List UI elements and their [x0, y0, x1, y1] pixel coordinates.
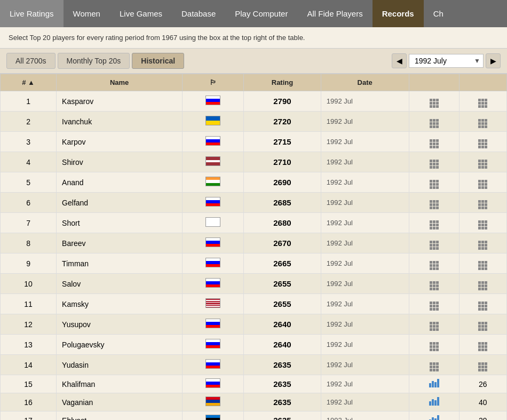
col-rating[interactable]: Rating: [244, 74, 321, 91]
grid-icon: [478, 302, 487, 311]
cell-rank: 16: [1, 393, 57, 411]
table-row: 10Salov26551992 Jul: [1, 274, 507, 294]
cell-name: Khalifman: [57, 375, 183, 393]
cell-name: Bareev: [57, 233, 183, 253]
chart-bars-icon: [429, 379, 439, 387]
cell-rating: 2635: [244, 355, 321, 375]
cell-name: Anand: [57, 172, 183, 193]
table-row: 11Kamsky26551992 Jul: [1, 294, 507, 314]
cell-flag: [183, 172, 244, 193]
sort-arrow-rank: ▲: [28, 78, 35, 86]
nav-play-computer[interactable]: Play Computer: [225, 0, 297, 27]
table-row: 14Yudasin26351992 Jul: [1, 355, 507, 375]
col-name[interactable]: Name: [57, 74, 183, 91]
nav-records[interactable]: Records: [373, 0, 424, 27]
nav-live-games[interactable]: Live Games: [110, 0, 172, 27]
cell-games-count: [459, 152, 506, 172]
main-nav: Live Ratings Women Live Games Database P…: [0, 0, 507, 27]
table-wrapper: # ▲ Name 🏳 Rating Date 1Kasparov27901992…: [0, 74, 507, 420]
cell-rank: 7: [1, 213, 57, 233]
nav-live-ratings[interactable]: Live Ratings: [0, 0, 64, 27]
cell-chart[interactable]: [409, 393, 459, 411]
grid-icon: [430, 99, 439, 108]
cell-flag: [183, 375, 244, 393]
cell-rank: 5: [1, 172, 57, 193]
cell-rank: 1: [1, 91, 57, 112]
nav-database[interactable]: Database: [172, 0, 225, 27]
cell-name: Yusupov: [57, 314, 183, 335]
cell-flag: [183, 213, 244, 233]
period-nav: ◀ 1999 July1999 January1998 July1998 Jan…: [392, 53, 501, 68]
cell-rank: 13: [1, 335, 57, 355]
flag-icon-arm: [205, 397, 220, 406]
grid-icon: [478, 119, 487, 128]
nav-ch[interactable]: Ch: [424, 0, 453, 27]
cell-flag: [183, 253, 244, 274]
grid-icon: [430, 139, 439, 148]
nav-women[interactable]: Women: [64, 0, 110, 27]
cell-name: Salov: [57, 274, 183, 294]
flag-icon-usa: [205, 298, 220, 308]
table-row: 13Polugaevsky26401992 Jul: [1, 335, 507, 355]
cell-rating: 2635: [244, 393, 321, 411]
cell-chart: [409, 112, 459, 132]
info-bar: Select Top 20 players for every rating p…: [0, 27, 507, 49]
cell-games-count: [459, 294, 506, 314]
col-rank[interactable]: # ▲: [1, 74, 57, 91]
grid-icon: [478, 322, 487, 331]
col-flag[interactable]: 🏳: [183, 74, 244, 91]
cell-date: 1992 Jul: [321, 152, 409, 172]
col-chart: [409, 74, 459, 91]
cell-name: Polugaevsky: [57, 335, 183, 355]
cell-games-count: 26: [459, 375, 506, 393]
table-row: 3Karpov27151992 Jul: [1, 132, 507, 152]
nav-all-fide[interactable]: All Fide Players: [297, 0, 372, 27]
cell-name: Kasparov: [57, 91, 183, 112]
grid-icon: [430, 342, 439, 351]
cell-date: 1992 Jul: [321, 253, 409, 274]
grid-icon: [430, 119, 439, 128]
next-period-button[interactable]: ▶: [486, 53, 501, 68]
tab-monthly-top20s[interactable]: Monthly Top 20s: [58, 53, 130, 69]
cell-date: 1992 Jul: [321, 172, 409, 193]
cell-date: 1992 Jul: [321, 193, 409, 213]
cell-name: Shirov: [57, 152, 183, 172]
grid-icon: [430, 180, 439, 189]
flag-icon-rus: [205, 359, 220, 369]
cell-chart: [409, 152, 459, 172]
grid-icon: [430, 160, 439, 169]
flag-icon-rus: [205, 96, 220, 105]
tab-historical[interactable]: Historical: [132, 53, 184, 69]
cell-flag: [183, 152, 244, 172]
cell-date: 1992 Jul: [321, 411, 409, 421]
prev-period-button[interactable]: ◀: [392, 53, 407, 68]
cell-chart[interactable]: [409, 375, 459, 393]
cell-chart[interactable]: [409, 411, 459, 421]
cell-games-count: [459, 193, 506, 213]
cell-rating: 2715: [244, 132, 321, 152]
cell-flag: [183, 393, 244, 411]
table-row: 16Vaganian26351992 Jul40: [1, 393, 507, 411]
col-date[interactable]: Date: [321, 74, 409, 91]
cell-games-count: [459, 253, 506, 274]
cell-rank: 17: [1, 411, 57, 421]
grid-icon: [430, 362, 439, 371]
cell-rank: 14: [1, 355, 57, 375]
cell-games-count: [459, 213, 506, 233]
grid-icon: [430, 261, 439, 270]
grid-icon: [430, 302, 439, 311]
table-header-row: # ▲ Name 🏳 Rating Date: [1, 74, 507, 91]
tab-all-2700s[interactable]: All 2700s: [6, 53, 56, 69]
cell-chart: [409, 172, 459, 193]
cell-date: 1992 Jul: [321, 112, 409, 132]
grid-icon: [478, 180, 487, 189]
cell-chart: [409, 132, 459, 152]
cell-rating: 2635: [244, 411, 321, 421]
cell-rating: 2655: [244, 294, 321, 314]
tab-bar: All 2700s Monthly Top 20s Historical ◀ 1…: [0, 49, 507, 74]
period-select[interactable]: 1999 July1999 January1998 July1998 Janua…: [409, 54, 484, 68]
cell-chart: [409, 91, 459, 112]
cell-rating: 2635: [244, 375, 321, 393]
cell-chart: [409, 355, 459, 375]
grid-icon: [478, 241, 487, 250]
